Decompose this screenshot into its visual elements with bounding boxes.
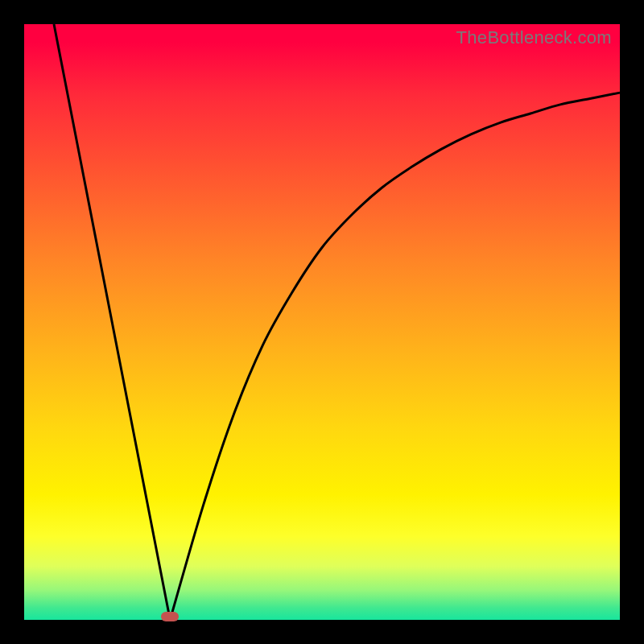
bottleneck-curve (24, 24, 620, 620)
curve-path (54, 24, 620, 620)
plot-area: TheBottleneck.com (24, 24, 620, 620)
minimum-marker (161, 612, 179, 621)
chart-frame: TheBottleneck.com (0, 0, 644, 644)
